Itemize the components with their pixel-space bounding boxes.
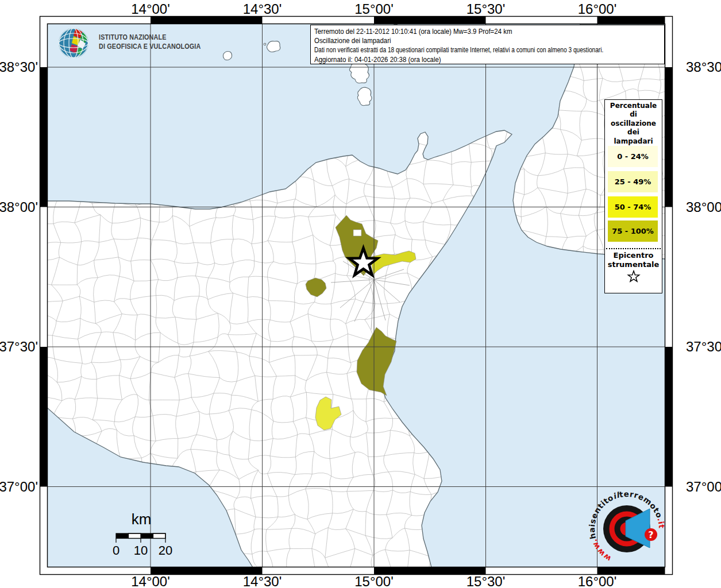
island-salina (267, 41, 280, 52)
legend-epicenter-label-2: strumentale (605, 260, 662, 269)
legend-epicenter-label-1: Epicentro (605, 251, 662, 260)
patch-hole (353, 230, 361, 236)
map-canvas: km 0 10 20 14°00' 14°30' 15°00' 15°30' 1… (0, 0, 721, 588)
axis-left-1: 38°00' (0, 199, 38, 215)
scale-tick-20: 20 (159, 543, 172, 558)
axis-right-3: 37°00' (686, 479, 721, 494)
axis-top-0: 14°00' (131, 1, 170, 17)
axis-bottom-4: 16°00' (578, 574, 617, 588)
legend-star-icon (627, 270, 641, 284)
axis-bottom-2: 15°00' (354, 574, 394, 588)
legend-class-0-24: 0 - 24% (608, 146, 658, 167)
scale-bar-unit: km (132, 510, 152, 528)
legend: Percentuale di oscillazione dei lampadar… (604, 99, 662, 293)
info-line-effect: Oscillazione dei lampadari (314, 36, 619, 45)
island-filicudi (223, 52, 232, 60)
legend-class-75-100: 75 - 100% (608, 220, 658, 242)
info-line-event: Terremoto del 22-11-2012 10:10:41 (ora l… (314, 27, 619, 36)
axis-top-2: 15°00' (354, 1, 394, 17)
scale-tick-0: 0 (113, 543, 119, 558)
seismic-intensity-map: km 0 10 20 14°00' 14°30' 15°00' 15°30' 1… (0, 0, 721, 588)
axis-top-1: 14°30' (243, 1, 282, 17)
axis-bottom-1: 14°30' (243, 574, 282, 588)
islet (264, 43, 266, 45)
scale-tick-10: 10 (134, 543, 148, 558)
info-line-updated: Aggiornato il: 04-01-2026 20:38 (ora loc… (314, 55, 619, 64)
axis-bottom-0: 14°00' (131, 574, 170, 588)
ingv-logo-text: ISTITUTO NAZIONALE DI GEOFISICA E VULCAN… (99, 33, 201, 51)
ingv-globe-logo (59, 28, 88, 58)
question-mark: ? (648, 529, 653, 540)
ingv-name-line1: ISTITUTO NAZIONALE (99, 33, 201, 42)
legend-title: Percentuale di oscillazione dei lampadar… (605, 102, 662, 146)
axis-top-3: 15°30' (466, 1, 506, 17)
axis-top-4: 16°00' (578, 1, 617, 17)
legend-class-25-49: 25 - 49% (608, 171, 658, 192)
axis-left-0: 38°30' (0, 59, 38, 75)
legend-class-50-74: 50 - 74% (608, 196, 658, 218)
axis-right-2: 37°30' (686, 339, 721, 354)
earthquake-info-box: Terremoto del 22-11-2012 10:10:41 (ora l… (310, 25, 665, 64)
axis-right-1: 38°00' (686, 199, 721, 215)
axis-right-0: 38°30' (686, 59, 721, 75)
axis-left-3: 37°00' (0, 479, 38, 494)
info-line-disclaimer: Dati non verificati estratti da 18 quest… (314, 45, 584, 55)
island-vulcano (357, 87, 372, 106)
legend-separator (606, 248, 661, 249)
ingv-name-line2: DI GEOFISICA E VULCANOLOGIA (99, 42, 201, 51)
axis-left-2: 37°30' (0, 339, 38, 354)
axis-bottom-3: 15°30' (466, 574, 506, 588)
